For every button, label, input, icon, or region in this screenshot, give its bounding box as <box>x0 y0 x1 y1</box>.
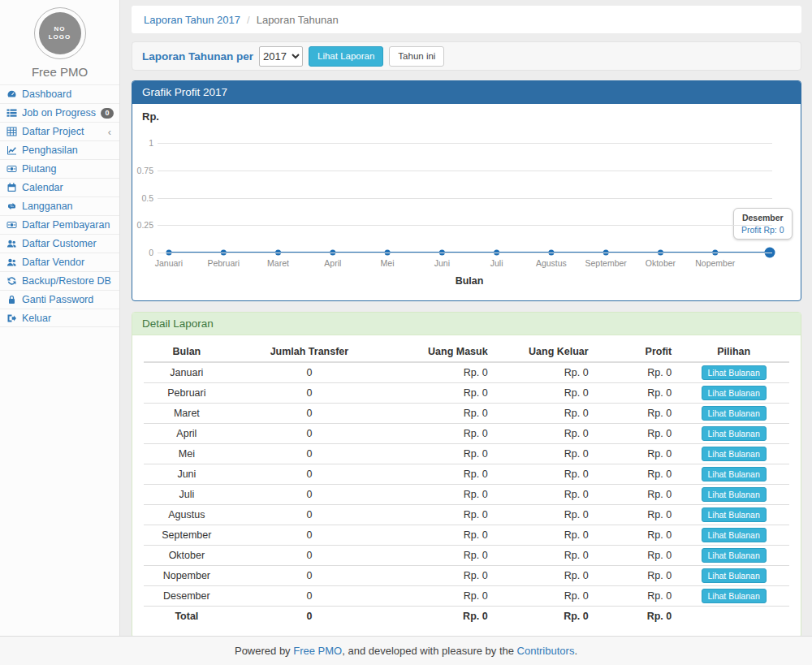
sidebar-item-piutang[interactable]: Piutang <box>0 159 119 178</box>
cell-jumlah-transfer: 0 <box>230 586 389 607</box>
line-chart-icon <box>6 145 17 155</box>
lihat-bulanan-button[interactable]: Lihat Bulanan <box>702 528 767 542</box>
footer-link-free-pmo[interactable]: Free PMO <box>293 645 342 657</box>
lihat-bulanan-button[interactable]: Lihat Bulanan <box>702 487 767 502</box>
cell-jumlah-transfer: 0 <box>230 485 389 505</box>
chart-x-axis-label: Bulan <box>437 275 502 287</box>
sidebar-item-dashboard[interactable]: Dashboard <box>0 84 119 103</box>
cell-profit: Rp. 0 <box>595 464 679 485</box>
sidebar-item-label: Daftar Customer <box>22 238 97 249</box>
cell-uang-masuk: Rp. 0 <box>389 485 495 505</box>
cell-jumlah-transfer: 0 <box>230 383 389 404</box>
sidebar-item-daftar-pembayaran[interactable]: Daftar Pembayaran <box>0 215 119 234</box>
footer-text-prefix: Powered by <box>235 645 293 657</box>
breadcrumb-link[interactable]: Laporan Tahun 2017 <box>144 14 240 26</box>
lihat-bulanan-button[interactable]: Lihat Bulanan <box>702 568 767 583</box>
cell-profit: Rp. 0 <box>595 546 679 566</box>
report-table-body: Januari0Rp. 0Rp. 0Rp. 0Lihat BulananPebr… <box>144 362 789 626</box>
sidebar-item-daftar-customer[interactable]: Daftar Customer <box>0 234 119 253</box>
money-icon <box>6 220 17 230</box>
lihat-bulanan-button[interactable]: Lihat Bulanan <box>702 365 767 380</box>
filter-label: Laporan Tahunan per <box>142 50 253 63</box>
cell-uang-keluar: Rp. 0 <box>495 586 595 607</box>
logo-text-line1: NO <box>54 25 66 33</box>
sidebar-item-keluar[interactable]: Keluar <box>0 309 119 327</box>
footer-link-contributors[interactable]: Contributors <box>517 645 575 657</box>
cell-total-masuk: Rp. 0 <box>389 607 495 626</box>
profit-line-chart: Rp. Bulan Desember Profit Rp: 0 00.250.5… <box>132 104 801 300</box>
sidebar-item-langganan[interactable]: Langganan <box>0 196 119 215</box>
lihat-bulanan-button[interactable]: Lihat Bulanan <box>702 426 767 441</box>
chart-y-tick-label: 0.25 <box>132 220 153 230</box>
sidebar-item-daftar-vendor[interactable]: Daftar Vendor <box>0 253 119 271</box>
table-row: Juni0Rp. 0Rp. 0Rp. 0Lihat Bulanan <box>144 464 789 485</box>
chart-y-tick-label: 1 <box>132 138 153 148</box>
cell-total-pilihan <box>678 607 789 626</box>
sidebar-item-label: Job on Progress <box>22 107 96 119</box>
app-name: Free PMO <box>0 65 119 79</box>
lihat-bulanan-button[interactable]: Lihat Bulanan <box>702 386 767 400</box>
logo: NO LOGO Free PMO <box>0 0 119 79</box>
footer-text-middle: , and developed with pleasure by the <box>342 645 516 657</box>
sidebar-item-calendar[interactable]: Calendar <box>0 178 119 196</box>
cell-profit: Rp. 0 <box>595 586 679 607</box>
cell-uang-masuk: Rp. 0 <box>389 383 495 404</box>
sidebar-item-label: Langganan <box>22 201 73 212</box>
cell-bulan: Agustus <box>144 505 230 525</box>
lihat-bulanan-button[interactable]: Lihat Bulanan <box>702 467 767 481</box>
refresh-icon <box>6 276 17 286</box>
cell-uang-keluar: Rp. 0 <box>495 505 595 525</box>
table-header-row: Bulan Jumlah Transfer Uang Masuk Uang Ke… <box>144 342 789 362</box>
tasks-icon <box>6 108 17 118</box>
lock-icon <box>6 295 17 304</box>
cell-jumlah-transfer: 0 <box>230 404 389 424</box>
sidebar-item-ganti-password[interactable]: Ganti Password <box>0 290 119 309</box>
chart-y-tick-label: 0.75 <box>132 166 153 175</box>
cell-uang-keluar: Rp. 0 <box>495 383 595 404</box>
cell-bulan: Desember <box>144 586 230 607</box>
lihat-laporan-button[interactable]: Lihat Laporan <box>309 46 383 67</box>
cell-uang-masuk: Rp. 0 <box>389 464 495 485</box>
year-select[interactable]: 2017 <box>259 46 303 67</box>
table-row: Desember0Rp. 0Rp. 0Rp. 0Lihat Bulanan <box>144 586 789 607</box>
cell-profit: Rp. 0 <box>595 485 679 505</box>
lihat-bulanan-button[interactable]: Lihat Bulanan <box>702 507 767 522</box>
cell-uang-keluar: Rp. 0 <box>495 404 595 424</box>
tooltip-title: Desember <box>741 213 784 222</box>
cell-total-profit: Rp. 0 <box>595 607 679 626</box>
cell-bulan: Mei <box>144 444 230 464</box>
lihat-bulanan-button[interactable]: Lihat Bulanan <box>702 406 767 421</box>
lihat-bulanan-button[interactable]: Lihat Bulanan <box>702 447 767 461</box>
sidebar-item-daftar-project[interactable]: Daftar Project ‹ <box>0 122 119 140</box>
table-icon <box>6 127 17 136</box>
table-row: Agustus0Rp. 0Rp. 0Rp. 0Lihat Bulanan <box>144 505 789 525</box>
sidebar-item-label: Daftar Project <box>22 126 84 137</box>
sidebar-item-job-on-progress[interactable]: Job on Progress 0 <box>0 103 119 122</box>
cell-profit: Rp. 0 <box>595 362 679 383</box>
sidebar-item-label: Keluar <box>22 313 51 324</box>
sidebar-item-backup-restore[interactable]: Backup/Restore DB <box>0 271 119 290</box>
sidebar-item-penghasilan[interactable]: Penghasilan <box>0 140 119 159</box>
sidebar-item-label: Daftar Vendor <box>22 257 84 268</box>
calendar-icon <box>6 183 17 192</box>
cell-jumlah-transfer: 0 <box>230 362 389 383</box>
users-icon <box>6 239 17 248</box>
chart-gridline <box>158 225 772 226</box>
report-filter-bar: Laporan Tahunan per 2017 Lihat Laporan T… <box>132 41 801 71</box>
lihat-bulanan-button[interactable]: Lihat Bulanan <box>702 589 767 603</box>
sidebar-item-label: Piutang <box>22 163 56 175</box>
cell-uang-masuk: Rp. 0 <box>389 566 495 586</box>
lihat-bulanan-button[interactable]: Lihat Bulanan <box>702 548 767 563</box>
cell-bulan: April <box>144 424 230 444</box>
tahun-ini-button[interactable]: Tahun ini <box>389 46 444 67</box>
col-header-bulan: Bulan <box>144 342 230 362</box>
cell-pilihan: Lihat Bulanan <box>678 383 789 404</box>
tooltip-value: Profit Rp: 0 <box>741 225 784 235</box>
cell-uang-masuk: Rp. 0 <box>389 444 495 464</box>
cell-uang-masuk: Rp. 0 <box>389 586 495 607</box>
cell-jumlah-transfer: 0 <box>230 546 389 566</box>
main-content: Laporan Tahun 2017 / Laporan Tahunan Lap… <box>121 0 812 638</box>
cell-total-keluar: Rp. 0 <box>495 607 595 626</box>
table-row: Mei0Rp. 0Rp. 0Rp. 0Lihat Bulanan <box>144 444 789 464</box>
money-icon <box>6 164 17 174</box>
